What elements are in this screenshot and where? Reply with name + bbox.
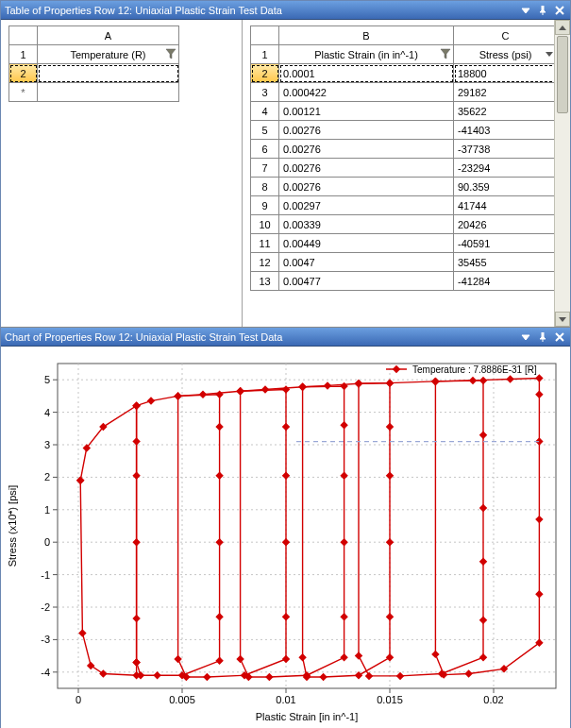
svg-marker-2	[522, 335, 529, 340]
table-panel-title: Table of Properties Row 12: Uniaxial Pla…	[5, 5, 519, 16]
plastic-strain-cell[interactable]: 0.00339	[279, 215, 454, 234]
table-row[interactable]: 20.000118800	[251, 64, 558, 83]
row-header[interactable]: 8	[251, 178, 279, 196]
chart-panel-title: Chart of Properties Row 12: Uniaxial Pla…	[5, 331, 519, 343]
svg-text:-1: -1	[41, 569, 50, 581]
filter-icon[interactable]	[440, 48, 451, 61]
row-header[interactable]: 1	[251, 45, 279, 64]
svg-text:3: 3	[44, 439, 50, 450]
table-row[interactable]: 30.00042229182	[251, 83, 558, 102]
scroll-down-button[interactable]	[555, 312, 570, 327]
chart-canvas[interactable]: 00.0050.010.0150.02-4-3-2-1012345Plastic…	[1, 347, 570, 728]
stress-header-label: Stress (psi)	[479, 49, 532, 60]
row-header[interactable]: 2	[9, 64, 38, 83]
pin-icon[interactable]	[536, 4, 549, 17]
vertical-scrollbar[interactable]	[554, 20, 570, 327]
table-row[interactable]: 110.00449-40591	[251, 234, 558, 253]
plastic-strain-cell[interactable]: 0.00276	[279, 121, 454, 140]
plastic-strain-cell[interactable]: 0.00276	[279, 159, 454, 178]
new-row-cell[interactable]	[38, 83, 179, 102]
plastic-strain-cell[interactable]: 0.00449	[279, 234, 454, 253]
temperature-value-cell[interactable]	[38, 64, 179, 83]
table-row[interactable]: 70.00276-23294	[251, 159, 558, 178]
stress-cell[interactable]: 35455	[454, 253, 558, 272]
scrollbar-thumb[interactable]	[557, 36, 568, 113]
svg-text:0.005: 0.005	[169, 694, 195, 705]
temperature-header-cell[interactable]: Temperature (R)	[38, 45, 179, 64]
close-icon[interactable]	[553, 330, 566, 344]
dropdown-icon[interactable]	[519, 330, 532, 344]
left-table-pane: A 1 Temperature (R) 2	[1, 20, 243, 327]
row-header[interactable]: 6	[251, 140, 279, 159]
stress-cell[interactable]: 29182	[454, 83, 558, 102]
stress-cell[interactable]: 90.359	[454, 178, 558, 196]
table-row[interactable]: 60.00276-37738	[251, 140, 558, 159]
plastic-strain-cell[interactable]: 0.0001	[279, 64, 454, 83]
svg-text:0.01: 0.01	[276, 694, 295, 705]
table-row[interactable]: 130.00477-41284	[251, 272, 558, 291]
new-row-marker[interactable]: *	[9, 83, 38, 102]
table-panel-titlebar[interactable]: Table of Properties Row 12: Uniaxial Pla…	[1, 1, 570, 20]
plastic-strain-header-cell[interactable]: Plastic Strain (in in^-1)	[279, 45, 454, 64]
plastic-strain-cell[interactable]: 0.00477	[279, 272, 454, 291]
table-row[interactable]: 50.00276-41403	[251, 121, 558, 140]
table-row[interactable]: 40.0012135622	[251, 102, 558, 121]
svg-text:4: 4	[44, 407, 50, 418]
row-header[interactable]: 12	[251, 253, 279, 272]
svg-marker-0	[522, 8, 529, 13]
svg-text:Temperature : 7.8886E-31 [R]: Temperature : 7.8886E-31 [R]	[412, 364, 537, 375]
strain-stress-table[interactable]: B C 1 Plastic Strain (in in^-1) Stress (	[250, 25, 558, 291]
row-header[interactable]: 3	[251, 83, 279, 102]
svg-text:0: 0	[44, 536, 50, 548]
stress-cell[interactable]: 18800	[454, 64, 558, 83]
table-row[interactable]: 100.0033920426	[251, 215, 558, 234]
plastic-strain-cell[interactable]: 0.0047	[279, 253, 454, 272]
svg-text:0.02: 0.02	[483, 694, 503, 705]
temperature-table[interactable]: A 1 Temperature (R) 2	[8, 25, 179, 102]
svg-marker-1	[546, 52, 553, 57]
svg-text:5: 5	[44, 374, 50, 385]
filter-icon[interactable]	[165, 48, 176, 61]
stress-cell[interactable]: -37738	[454, 140, 558, 159]
plastic-strain-cell[interactable]: 0.000422	[279, 83, 454, 102]
table-row[interactable]: 90.0029741744	[251, 196, 558, 215]
pin-icon[interactable]	[536, 330, 549, 344]
stress-cell[interactable]: -41284	[454, 272, 558, 291]
row-header[interactable]: 10	[251, 215, 279, 234]
chart-panel-titlebar[interactable]: Chart of Properties Row 12: Uniaxial Pla…	[1, 328, 570, 347]
scroll-up-button[interactable]	[555, 20, 570, 35]
stress-cell[interactable]: 20426	[454, 215, 558, 234]
plastic-strain-cell[interactable]: 0.00276	[279, 178, 454, 196]
corner-cell	[9, 26, 38, 45]
plastic-strain-cell[interactable]: 0.00276	[279, 140, 454, 159]
row-header[interactable]: 11	[251, 234, 279, 253]
table-row-selected[interactable]: 2	[9, 64, 179, 83]
row-header[interactable]: 5	[251, 121, 279, 140]
column-header-B[interactable]: B	[279, 26, 454, 45]
svg-text:2: 2	[44, 471, 50, 483]
stress-cell[interactable]: 35622	[454, 102, 558, 121]
row-header[interactable]: 2	[251, 64, 279, 83]
plastic-strain-cell[interactable]: 0.00121	[279, 102, 454, 121]
plastic-strain-header-label: Plastic Strain (in in^-1)	[314, 49, 418, 60]
corner-cell	[251, 26, 279, 45]
row-header[interactable]: 4	[251, 102, 279, 121]
close-icon[interactable]	[553, 4, 566, 17]
dropdown-icon[interactable]	[519, 4, 532, 17]
row-header[interactable]: 7	[251, 159, 279, 178]
stress-header-cell[interactable]: Stress (psi)	[454, 45, 558, 64]
row-header[interactable]: 1	[9, 45, 38, 64]
row-header[interactable]: 9	[251, 196, 279, 215]
row-header[interactable]: 13	[251, 272, 279, 291]
table-row[interactable]: 80.0027690.359	[251, 178, 558, 196]
table-row[interactable]: 120.004735455	[251, 253, 558, 272]
new-row[interactable]: *	[9, 83, 179, 102]
plastic-strain-cell[interactable]: 0.00297	[279, 196, 454, 215]
column-header-A[interactable]: A	[38, 26, 179, 45]
svg-text:Plastic Strain  [in in^-1]: Plastic Strain [in in^-1]	[256, 711, 358, 722]
column-header-C[interactable]: C	[454, 26, 558, 45]
stress-cell[interactable]: 41744	[454, 196, 558, 215]
stress-cell[interactable]: -23294	[454, 159, 558, 178]
stress-cell[interactable]: -41403	[454, 121, 558, 140]
stress-cell[interactable]: -40591	[454, 234, 558, 253]
